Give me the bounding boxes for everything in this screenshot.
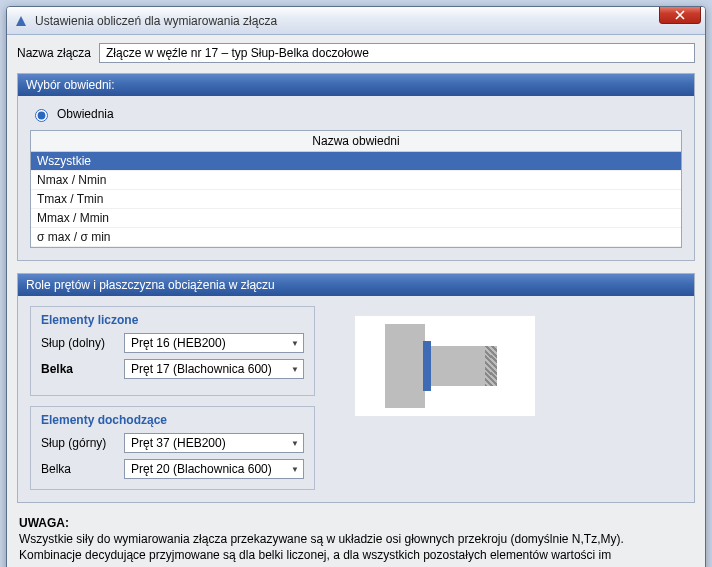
arriving-fieldset: Elementy dochodzące Słup (górny) Pręt 37… (30, 406, 315, 490)
arriving-col-top-label: Słup (górny) (41, 436, 116, 450)
envelope-grid-row[interactable]: Nmax / Nmin (31, 171, 681, 190)
counted-col-bottom-combo[interactable]: Pręt 16 (HEB200) ▼ (124, 333, 304, 353)
envelope-panel: Wybór obwiedni: Obwiednia Nazwa obwiedni… (17, 73, 695, 261)
arriving-col-top-row: Słup (górny) Pręt 37 (HEB200) ▼ (41, 433, 304, 453)
chevron-down-icon: ▼ (291, 365, 299, 374)
combo-value: Pręt 37 (HEB200) (131, 436, 226, 450)
titlebar: Ustawienia obliczeń dla wymiarowania złą… (7, 7, 705, 35)
counted-beam-row: Belka Pręt 17 (Blachownica 600) ▼ (41, 359, 304, 379)
counted-beam-combo[interactable]: Pręt 17 (Blachownica 600) ▼ (124, 359, 304, 379)
envelope-panel-body: Obwiednia Nazwa obwiedni Wszystkie Nmax … (18, 96, 694, 260)
envelope-grid-row[interactable]: Mmax / Mmin (31, 209, 681, 228)
connection-name-row: Nazwa złącza (17, 43, 695, 63)
envelope-grid-row[interactable]: σ max / σ min (31, 228, 681, 247)
note-line-2: Kombinacje decydujące przyjmowane są dla… (19, 547, 693, 567)
app-icon (13, 13, 29, 29)
counted-legend: Elementy liczone (41, 313, 304, 327)
connection-preview (355, 316, 535, 416)
roles-panel-body: Elementy liczone Słup (dolny) Pręt 16 (H… (18, 296, 694, 502)
chevron-down-icon: ▼ (291, 339, 299, 348)
arriving-beam-label: Belka (41, 462, 116, 476)
counted-fieldset: Elementy liczone Słup (dolny) Pręt 16 (H… (30, 306, 315, 396)
preview-endplate (423, 341, 431, 391)
envelope-radio-label: Obwiednia (57, 107, 114, 121)
arriving-legend: Elementy dochodzące (41, 413, 304, 427)
window-title: Ustawienia obliczeń dla wymiarowania złą… (35, 14, 701, 28)
counted-col-bottom-label: Słup (dolny) (41, 336, 116, 350)
preview-column (385, 324, 425, 408)
chevron-down-icon: ▼ (291, 439, 299, 448)
dialog-window: Ustawienia obliczeń dla wymiarowania złą… (6, 6, 706, 567)
arriving-col-top-combo[interactable]: Pręt 37 (HEB200) ▼ (124, 433, 304, 453)
preview-beam (431, 346, 491, 386)
envelope-grid-header: Nazwa obwiedni (31, 131, 681, 152)
combo-value: Pręt 20 (Blachownica 600) (131, 462, 272, 476)
roles-panel-title: Role prętów i płaszczyzna obciążenia w z… (18, 274, 694, 296)
arriving-beam-row: Belka Pręt 20 (Blachownica 600) ▼ (41, 459, 304, 479)
envelope-panel-title: Wybór obwiedni: (18, 74, 694, 96)
note-title: UWAGA: (19, 515, 693, 531)
counted-col-bottom-row: Słup (dolny) Pręt 16 (HEB200) ▼ (41, 333, 304, 353)
combo-value: Pręt 16 (HEB200) (131, 336, 226, 350)
roles-form-column: Elementy liczone Słup (dolny) Pręt 16 (H… (30, 306, 315, 490)
envelope-radio-row[interactable]: Obwiednia (30, 106, 682, 122)
chevron-down-icon: ▼ (291, 465, 299, 474)
connection-name-input[interactable] (99, 43, 695, 63)
close-button[interactable] (659, 6, 701, 24)
note-line-1: Wszystkie siły do wymiarowania złącza pr… (19, 531, 693, 547)
envelope-grid-row[interactable]: Tmax / Tmin (31, 190, 681, 209)
content-area: Nazwa złącza Wybór obwiedni: Obwiednia N… (7, 35, 705, 567)
arriving-beam-combo[interactable]: Pręt 20 (Blachownica 600) ▼ (124, 459, 304, 479)
envelope-radio[interactable] (35, 109, 48, 122)
envelope-grid-row[interactable]: Wszystkie (31, 152, 681, 171)
note-block: UWAGA: Wszystkie siły do wymiarowania zł… (19, 515, 693, 567)
combo-value: Pręt 17 (Blachownica 600) (131, 362, 272, 376)
counted-beam-label: Belka (41, 362, 116, 376)
roles-panel: Role prętów i płaszczyzna obciążenia w z… (17, 273, 695, 503)
connection-name-label: Nazwa złącza (17, 46, 91, 60)
close-icon (675, 10, 685, 20)
envelope-grid: Nazwa obwiedni Wszystkie Nmax / Nmin Tma… (30, 130, 682, 248)
